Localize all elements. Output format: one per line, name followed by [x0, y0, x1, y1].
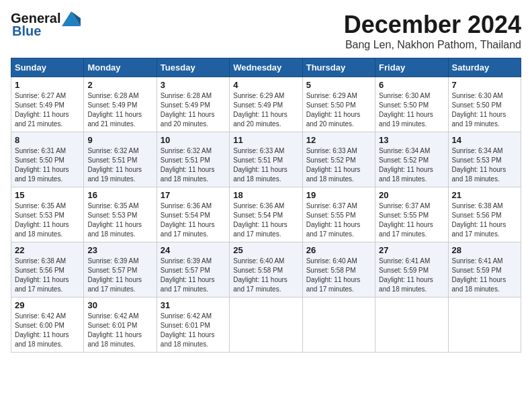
day-number: 5: [306, 80, 371, 90]
day-info: Sunrise: 6:38 AM Sunset: 5:56 PM Dayligh…: [452, 201, 517, 239]
day-number: 29: [15, 300, 80, 310]
calendar-cell: 21Sunrise: 6:38 AM Sunset: 5:56 PM Dayli…: [448, 187, 521, 242]
calendar-cell: [375, 298, 448, 353]
day-info: Sunrise: 6:40 AM Sunset: 5:58 PM Dayligh…: [306, 257, 371, 294]
day-number: 10: [161, 135, 226, 145]
calendar-cell: 7Sunrise: 6:30 AM Sunset: 5:50 PM Daylig…: [448, 77, 521, 132]
location-title: Bang Len, Nakhon Pathom, Thailand: [344, 39, 521, 51]
day-info: Sunrise: 6:38 AM Sunset: 5:56 PM Dayligh…: [15, 257, 80, 294]
calendar-cell: 30Sunrise: 6:42 AM Sunset: 6:01 PM Dayli…: [84, 298, 157, 353]
day-number: 13: [379, 135, 444, 145]
calendar-cell: 4Sunrise: 6:29 AM Sunset: 5:49 PM Daylig…: [230, 77, 302, 132]
calendar-cell: 5Sunrise: 6:29 AM Sunset: 5:50 PM Daylig…: [302, 77, 375, 132]
week-row-5: 29Sunrise: 6:42 AM Sunset: 6:00 PM Dayli…: [11, 298, 521, 353]
day-info: Sunrise: 6:37 AM Sunset: 5:55 PM Dayligh…: [379, 201, 444, 239]
calendar-cell: 25Sunrise: 6:40 AM Sunset: 5:58 PM Dayli…: [230, 242, 302, 298]
calendar-cell: 31Sunrise: 6:42 AM Sunset: 6:01 PM Dayli…: [157, 298, 229, 353]
day-info: Sunrise: 6:36 AM Sunset: 5:54 PM Dayligh…: [161, 201, 226, 239]
day-info: Sunrise: 6:42 AM Sunset: 6:00 PM Dayligh…: [15, 312, 80, 349]
header-friday: Friday: [375, 58, 448, 77]
day-info: Sunrise: 6:28 AM Sunset: 5:49 PM Dayligh…: [87, 91, 152, 129]
calendar-cell: 29Sunrise: 6:42 AM Sunset: 6:00 PM Dayli…: [11, 298, 84, 353]
calendar-cell: 18Sunrise: 6:36 AM Sunset: 5:54 PM Dayli…: [230, 187, 302, 242]
day-number: 12: [306, 135, 371, 145]
day-number: 27: [379, 245, 444, 255]
title-area: December 2024 Bang Len, Nakhon Pathom, T…: [344, 11, 521, 51]
week-row-1: 1Sunrise: 6:27 AM Sunset: 5:49 PM Daylig…: [11, 77, 521, 132]
day-number: 17: [161, 190, 226, 200]
day-number: 8: [15, 135, 80, 145]
calendar-cell: 19Sunrise: 6:37 AM Sunset: 5:55 PM Dayli…: [302, 187, 375, 242]
day-info: Sunrise: 6:29 AM Sunset: 5:49 PM Dayligh…: [233, 91, 298, 129]
day-number: 21: [452, 190, 517, 200]
day-info: Sunrise: 6:28 AM Sunset: 5:49 PM Dayligh…: [161, 91, 226, 129]
day-number: 26: [306, 245, 371, 255]
calendar-cell: 23Sunrise: 6:39 AM Sunset: 5:57 PM Dayli…: [84, 242, 157, 298]
calendar-cell: 17Sunrise: 6:36 AM Sunset: 5:54 PM Dayli…: [157, 187, 229, 242]
day-info: Sunrise: 6:41 AM Sunset: 5:59 PM Dayligh…: [452, 257, 517, 294]
calendar-cell: [230, 298, 302, 353]
day-info: Sunrise: 6:30 AM Sunset: 5:50 PM Dayligh…: [452, 91, 517, 129]
day-info: Sunrise: 6:33 AM Sunset: 5:51 PM Dayligh…: [233, 146, 298, 184]
day-info: Sunrise: 6:40 AM Sunset: 5:58 PM Dayligh…: [233, 257, 298, 294]
calendar-cell: 28Sunrise: 6:41 AM Sunset: 5:59 PM Dayli…: [448, 242, 521, 298]
calendar-cell: 15Sunrise: 6:35 AM Sunset: 5:53 PM Dayli…: [11, 187, 84, 242]
day-number: 22: [15, 245, 80, 255]
day-info: Sunrise: 6:31 AM Sunset: 5:50 PM Dayligh…: [15, 146, 80, 184]
header-sunday: Sunday: [11, 58, 84, 77]
day-info: Sunrise: 6:30 AM Sunset: 5:50 PM Dayligh…: [379, 91, 444, 129]
day-info: Sunrise: 6:29 AM Sunset: 5:50 PM Dayligh…: [306, 91, 371, 129]
day-info: Sunrise: 6:35 AM Sunset: 5:53 PM Dayligh…: [87, 201, 152, 239]
calendar-cell: 1Sunrise: 6:27 AM Sunset: 5:49 PM Daylig…: [11, 77, 84, 132]
day-number: 18: [233, 190, 298, 200]
day-number: 11: [233, 135, 298, 145]
day-number: 16: [87, 190, 152, 200]
week-row-3: 15Sunrise: 6:35 AM Sunset: 5:53 PM Dayli…: [11, 187, 521, 242]
day-info: Sunrise: 6:35 AM Sunset: 5:53 PM Dayligh…: [15, 201, 80, 239]
day-info: Sunrise: 6:37 AM Sunset: 5:55 PM Dayligh…: [306, 201, 371, 239]
calendar-cell: 22Sunrise: 6:38 AM Sunset: 5:56 PM Dayli…: [11, 242, 84, 298]
week-row-4: 22Sunrise: 6:38 AM Sunset: 5:56 PM Dayli…: [11, 242, 521, 298]
day-info: Sunrise: 6:39 AM Sunset: 5:57 PM Dayligh…: [87, 257, 152, 294]
day-info: Sunrise: 6:32 AM Sunset: 5:51 PM Dayligh…: [161, 146, 226, 184]
header-tuesday: Tuesday: [157, 58, 229, 77]
day-number: 28: [452, 245, 517, 255]
calendar-cell: 10Sunrise: 6:32 AM Sunset: 5:51 PM Dayli…: [157, 132, 229, 187]
calendar-cell: 3Sunrise: 6:28 AM Sunset: 5:49 PM Daylig…: [157, 77, 229, 132]
day-info: Sunrise: 6:42 AM Sunset: 6:01 PM Dayligh…: [161, 312, 226, 349]
month-title: December 2024: [344, 11, 521, 39]
calendar-cell: 26Sunrise: 6:40 AM Sunset: 5:58 PM Dayli…: [302, 242, 375, 298]
header: General Blue December 2024 Bang Len, Nak…: [11, 11, 521, 51]
day-number: 2: [87, 80, 152, 90]
day-number: 14: [452, 135, 517, 145]
day-info: Sunrise: 6:27 AM Sunset: 5:49 PM Dayligh…: [15, 91, 80, 129]
day-info: Sunrise: 6:33 AM Sunset: 5:52 PM Dayligh…: [306, 146, 371, 184]
calendar-table: Sunday Monday Tuesday Wednesday Thursday…: [11, 58, 521, 353]
header-saturday: Saturday: [448, 58, 521, 77]
day-number: 23: [87, 245, 152, 255]
day-number: 25: [233, 245, 298, 255]
day-number: 31: [161, 300, 226, 310]
day-info: Sunrise: 6:34 AM Sunset: 5:53 PM Dayligh…: [452, 146, 517, 184]
calendar-cell: 13Sunrise: 6:34 AM Sunset: 5:52 PM Dayli…: [375, 132, 448, 187]
calendar-cell: 24Sunrise: 6:39 AM Sunset: 5:57 PM Dayli…: [157, 242, 229, 298]
header-thursday: Thursday: [302, 58, 375, 77]
header-monday: Monday: [84, 58, 157, 77]
day-info: Sunrise: 6:42 AM Sunset: 6:01 PM Dayligh…: [87, 312, 152, 349]
day-number: 20: [379, 190, 444, 200]
day-number: 4: [233, 80, 298, 90]
day-info: Sunrise: 6:39 AM Sunset: 5:57 PM Dayligh…: [161, 257, 226, 294]
day-number: 30: [87, 300, 152, 310]
day-number: 24: [161, 245, 226, 255]
calendar-cell: 14Sunrise: 6:34 AM Sunset: 5:53 PM Dayli…: [448, 132, 521, 187]
week-row-2: 8Sunrise: 6:31 AM Sunset: 5:50 PM Daylig…: [11, 132, 521, 187]
calendar-cell: 6Sunrise: 6:30 AM Sunset: 5:50 PM Daylig…: [375, 77, 448, 132]
day-number: 6: [379, 80, 444, 90]
calendar-cell: 2Sunrise: 6:28 AM Sunset: 5:49 PM Daylig…: [84, 77, 157, 132]
day-info: Sunrise: 6:41 AM Sunset: 5:59 PM Dayligh…: [379, 257, 444, 294]
day-number: 9: [87, 135, 152, 145]
day-number: 15: [15, 190, 80, 200]
day-info: Sunrise: 6:32 AM Sunset: 5:51 PM Dayligh…: [87, 146, 152, 184]
day-info: Sunrise: 6:34 AM Sunset: 5:52 PM Dayligh…: [379, 146, 444, 184]
day-number: 19: [306, 190, 371, 200]
